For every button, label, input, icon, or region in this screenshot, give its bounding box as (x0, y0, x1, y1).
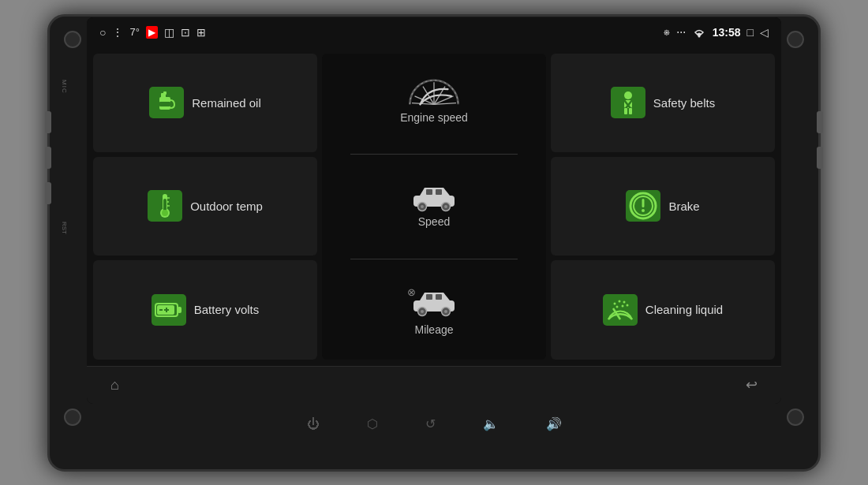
svg-rect-14 (436, 189, 442, 195)
svg-rect-41 (642, 199, 645, 207)
outdoor-temp-icon (148, 190, 182, 222)
svg-rect-34 (163, 199, 166, 211)
main-grid: Remained oil (87, 47, 781, 366)
svg-point-35 (162, 210, 168, 216)
divider-2 (350, 259, 517, 259)
safety-belts-icon (611, 87, 645, 118)
vol-up-button[interactable]: 🔊 (546, 416, 562, 431)
center-panel: Engine speed (322, 54, 546, 360)
svg-point-18 (444, 205, 447, 208)
bluetooth-icon: ⎈ (664, 26, 670, 38)
left-button-top[interactable] (45, 111, 51, 133)
rst-label: RST (61, 222, 68, 234)
screw-bottom-left (64, 409, 81, 426)
youtube-icon: ▶ (146, 26, 158, 39)
temperature-display: 7° (129, 26, 139, 38)
battery-volts-label: Battery volts (194, 303, 260, 316)
grid-icon: ⊞ (196, 26, 206, 39)
svg-rect-44 (178, 307, 181, 313)
svg-rect-20 (426, 294, 432, 300)
vol-down-button[interactable]: 🔈 (483, 416, 499, 431)
remained-oil-label: Remained oil (192, 96, 261, 110)
svg-rect-30 (624, 108, 627, 114)
mic-label: MIC (61, 80, 68, 94)
mileage-label: Mileage (414, 323, 453, 336)
divider-1 (350, 154, 517, 155)
car-speed-icon (410, 185, 458, 212)
speed-label: Speed (418, 215, 450, 228)
home-button[interactable]: ⌂ (110, 377, 119, 394)
back-nav-icon: ◁ (760, 26, 769, 39)
safety-belts-card[interactable]: Safety belts (551, 54, 775, 152)
back-button[interactable]: ↩ (746, 376, 758, 394)
battery-volts-card[interactable]: Battery volts (93, 260, 317, 359)
outdoor-temp-label: Outdoor temp (190, 200, 263, 213)
svg-rect-4 (159, 102, 170, 106)
svg-rect-21 (436, 294, 442, 300)
speed-section: Speed (410, 185, 458, 228)
wifi-icon-svg (692, 27, 706, 38)
dots-icon: ⋮ (112, 26, 123, 39)
svg-point-17 (421, 205, 424, 208)
right-button-top[interactable] (817, 111, 823, 133)
cleaning-liquid-label: Cleaning liquid (645, 303, 723, 316)
cleaning-liquid-card[interactable]: Cleaning liquid (551, 260, 775, 359)
brake-icon (626, 190, 660, 222)
camera-icon: ⊡ (181, 26, 190, 39)
svg-point-0 (698, 35, 700, 37)
engine-speed-label: Engine speed (400, 111, 468, 124)
status-right-icons: ⎈ ⋅⋅⋅ 13:58 □ ◁ (664, 26, 769, 39)
svg-point-52 (626, 304, 628, 306)
brake-card[interactable]: Brake (551, 157, 775, 256)
power-button[interactable]: ⏻ (307, 417, 320, 431)
svg-rect-31 (629, 108, 632, 114)
car-head-unit: MIC RST ○ ⋮ 7° ▶ ◫ ⊡ ⊞ ⎈ ⋅⋅⋅ 13: (47, 14, 821, 472)
status-left-icons: ○ ⋮ 7° ▶ ◫ ⊡ ⊞ (99, 26, 656, 39)
engine-speed-section: Engine speed (400, 76, 468, 124)
outdoor-temp-card[interactable]: Outdoor temp (93, 157, 317, 256)
bottom-buttons: ⏻ ⬡ ↺ 🔈 🔊 (50, 404, 818, 445)
speedometer-icon (406, 76, 462, 108)
screw-top-left (64, 31, 81, 48)
svg-point-51 (623, 300, 625, 303)
status-bar: ○ ⋮ 7° ▶ ◫ ⊡ ⊞ ⎈ ⋅⋅⋅ 13:58 □ ◁ (87, 17, 781, 47)
svg-point-24 (421, 310, 424, 313)
cleaning-liquid-icon (603, 294, 638, 326)
svg-point-50 (618, 300, 620, 302)
svg-point-42 (642, 209, 645, 212)
circle-icon: ○ (99, 26, 106, 39)
svg-point-49 (613, 302, 615, 304)
gallery-icon: ◫ (164, 26, 174, 39)
car-mileage-icon (410, 289, 458, 317)
wifi-icon: ⋅⋅⋅ (676, 26, 686, 39)
home-hw-button[interactable]: ⬡ (367, 416, 378, 431)
right-button-bot[interactable] (817, 147, 823, 169)
left-button-mid[interactable] (45, 147, 51, 169)
remained-oil-icon (149, 87, 184, 118)
screen: ○ ⋮ 7° ▶ ◫ ⊡ ⊞ ⎈ ⋅⋅⋅ 13:58 □ ◁ (87, 17, 781, 404)
brake-label: Brake (668, 200, 699, 213)
svg-rect-13 (426, 189, 432, 195)
svg-point-25 (444, 310, 447, 313)
recent-apps-icon: □ (747, 26, 754, 39)
safety-belts-label: Safety belts (653, 96, 715, 110)
screw-top-right (787, 31, 804, 48)
remained-oil-card[interactable]: Remained oil (93, 54, 317, 152)
time-display: 13:58 (713, 26, 741, 39)
svg-point-54 (621, 304, 623, 307)
battery-volts-icon (152, 294, 186, 326)
nav-bar: ⌂ ↩ (87, 366, 781, 404)
mileage-section: ⊗ Mileage (410, 289, 458, 336)
svg-point-26 (624, 91, 632, 99)
back-hw-button[interactable]: ↺ (425, 416, 436, 431)
screw-bottom-right (787, 409, 804, 426)
svg-point-53 (615, 305, 618, 308)
left-button-bot[interactable] (45, 182, 51, 204)
svg-rect-3 (163, 91, 166, 95)
